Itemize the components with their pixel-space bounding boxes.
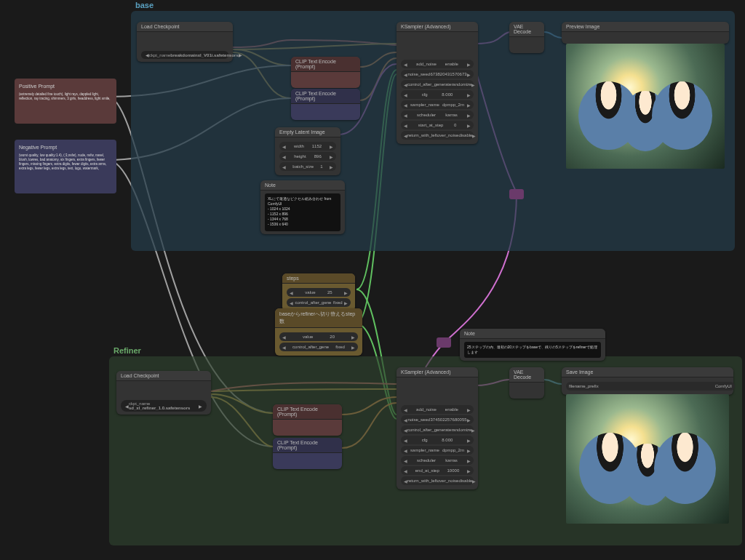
filename-prefix[interactable]: filename_prefixComfyUI [566,382,735,391]
base-load-checkpoint[interactable]: Load Checkpoint ◀ ckpt_namebreakdomainxl… [137,22,233,62]
ksampler-row-return_with_leftover_noise[interactable]: ◀return_with_leftover_noisedisable▶ [401,131,474,140]
steps-value[interactable]: ◀value25▶ [287,288,351,297]
reroute-node[interactable] [437,337,451,348]
base-preview-image[interactable]: Preview Image [562,22,729,44]
ksampler-row-cfg[interactable]: ◀cfg8.000▶ [401,90,474,99]
negative-prompt-node[interactable]: Negative Prompt (worst quality, low qual… [15,140,116,193]
refiner-clip-encode-positive[interactable]: CLIP Text Encode (Prompt) [273,404,342,436]
group-refiner-title: Refiner [113,346,141,355]
node-title: Empty Latent Image [275,127,340,137]
ksampler-row-scheduler[interactable]: ◀schedulerkarras▶ [401,111,474,119]
positive-prompt-node[interactable]: Positive Prompt (extremely detailed fine… [15,79,116,124]
note-text[interactable]: XLにて最適なピクセル組み合わせ from ComfyUI - 1024 x 1… [265,193,340,231]
note-text[interactable]: 25ステップの内、最初の20ステップをbaseで、残りの5ステップをrefine… [464,342,601,358]
ksampler-row-sampler_name[interactable]: ◀sampler_namedpmpp_2m▶ [401,446,474,455]
negative-prompt-title: Negative Prompt [19,144,112,151]
node-title: CLIP Text Encode (Prompt) [291,57,360,72]
refiner-ksampler-advanced[interactable]: KSampler (Advanced) ◀add_noiseenable▶◀no… [397,367,478,489]
node-title: VAE Decode [509,22,544,37]
node-title: Load Checkpoint [137,22,233,32]
save-image-content [566,394,729,524]
node-title: Preview Image [562,22,729,32]
reroute-node[interactable] [509,189,524,199]
empty-latent-image[interactable]: Empty Latent Image ◀width1152▶ ◀height89… [275,127,340,175]
ckpt-name: breakdomainxl_V01i.safetensors [170,53,238,57]
switch-ctrl[interactable]: ◀control_after_genefixed▶ [279,343,358,351]
ksampler-row-cfg[interactable]: ◀cfg8.000▶ [401,436,474,444]
ckpt-selector[interactable]: ◀ ckpt_name sd_xl_refiner_1.0.safetensor… [121,400,207,412]
node-title: VAE Decode [509,367,544,383]
switch-step-node[interactable]: baseからrefinerへ切り替えるstep数 ◀value20▶ ◀cont… [275,308,362,356]
ksampler-row-sampler_name[interactable]: ◀sampler_namedpmpp_2m▶ [401,100,474,109]
chevron-right-icon[interactable]: ▶ [239,52,242,57]
ksampler-row-control_after_generate[interactable]: ◀control_after_generaterandomize▶ [401,80,474,89]
canvas[interactable]: base Refiner Positive Prompt (extremely … [0,0,745,560]
refiner-clip-encode-negative[interactable]: CLIP Text Encode (Prompt) [273,438,342,469]
base-clip-encode-positive[interactable]: CLIP Text Encode (Prompt) [291,57,360,88]
base-clip-encode-negative[interactable]: CLIP Text Encode (Prompt) [291,89,360,120]
ksampler-row-noise_seed[interactable]: ◀noise_seed374502257680055▶ [401,415,474,424]
positive-prompt-text[interactable]: (extremely detailed fine touch), light r… [19,92,112,101]
refiner-save-image[interactable]: Save Image filename_prefixComfyUI [562,367,733,395]
base-ksampler-advanced[interactable]: KSampler (Advanced) ◀add_noiseenable▶◀no… [397,22,478,144]
base-note[interactable]: Note XLにて最適なピクセル組み合わせ from ComfyUI - 102… [260,180,345,234]
ksampler-row-control_after_generate[interactable]: ◀control_after_generaterandomize▶ [401,425,474,434]
node-title: Note [260,180,345,191]
steps-ctrl[interactable]: ◀control_after_genefixed▶ [287,298,351,307]
ksampler-row-scheduler[interactable]: ◀schedulerkarras▶ [401,456,474,465]
ksampler-row-add_noise[interactable]: ◀add_noiseenable▶ [401,405,474,414]
negative-prompt-text[interactable]: (worst quality, low quality:1.4), (:3,ns… [19,153,112,170]
group-base-title: base [135,1,154,9]
base-vae-decode[interactable]: VAE Decode [509,22,544,53]
chevron-right-icon[interactable]: ▶ [199,404,202,409]
node-title: CLIP Text Encode (Prompt) [273,404,342,420]
node-title: KSampler (Advanced) [397,22,478,32]
preview-image-content [566,44,725,169]
node-title: Note [460,329,605,339]
ksampler-row-add_noise[interactable]: ◀add_noiseenable▶ [401,60,474,68]
width-widget[interactable]: ◀width1152▶ [279,142,336,151]
node-title: baseからrefinerへ切り替えるstep数 [275,308,362,328]
switch-value[interactable]: ◀value20▶ [279,332,358,341]
ckpt-name: sd_xl_refiner_1.0.safetensors [129,406,190,410]
node-title: steps [282,273,355,284]
batch-widget[interactable]: ◀batch_size1▶ [279,162,336,171]
positive-prompt-title: Positive Prompt [19,83,112,89]
node-title: KSampler (Advanced) [397,367,478,377]
ksampler-row-end_at_step[interactable]: ◀end_at_step10000▶ [401,466,474,475]
ckpt-selector[interactable]: ◀ ckpt_namebreakdomainxl_V01i.safetensor… [141,51,228,59]
node-title: Load Checkpoint [116,371,211,381]
shared-note[interactable]: Note 25ステップの内、最初の20ステップをbaseで、残りの5ステップをr… [460,329,605,361]
ksampler-row-noise_seed[interactable]: ◀noise_seed673820431570673▶ [401,70,474,79]
refiner-load-checkpoint[interactable]: Load Checkpoint ◀ ckpt_name sd_xl_refine… [116,371,211,415]
node-title: CLIP Text Encode (Prompt) [273,438,342,453]
node-title: Save Image [562,367,733,377]
node-title: CLIP Text Encode (Prompt) [291,89,360,104]
refiner-vae-decode[interactable]: VAE Decode [509,367,544,399]
ksampler-row-return_with_leftover_noise[interactable]: ◀return_with_leftover_noisedisable▶ [401,476,474,485]
steps-node[interactable]: steps ◀value25▶ ◀control_after_genefixed… [282,273,355,311]
ksampler-row-start_at_step[interactable]: ◀start_at_step0▶ [401,121,474,129]
height-widget[interactable]: ◀height896▶ [279,152,336,161]
